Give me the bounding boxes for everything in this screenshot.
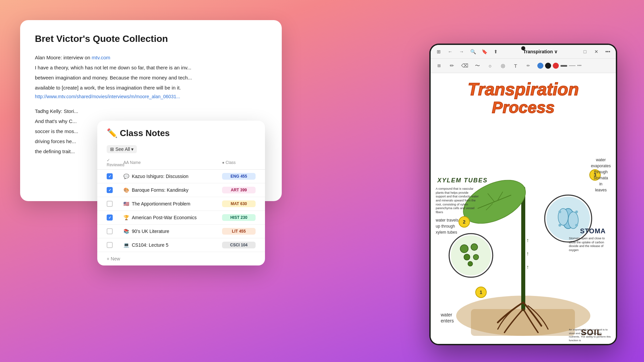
new-row[interactable]: + New bbox=[97, 252, 265, 265]
row-6-emoji: 💻 bbox=[123, 242, 129, 248]
shape-icon[interactable]: ○ bbox=[485, 61, 495, 71]
pen-icon[interactable]: ✏ bbox=[447, 61, 457, 71]
row-2-text: Baroque Forms: Kandinsky bbox=[132, 187, 189, 193]
stoma-label: STOMA bbox=[580, 227, 606, 235]
new-label: + New bbox=[107, 256, 120, 261]
row-5-badge: LIT 455 bbox=[222, 228, 256, 235]
forward-icon[interactable]: → bbox=[457, 47, 466, 56]
more-icon[interactable]: ••• bbox=[603, 47, 612, 56]
doc-author1-line: Alan Moore: interview on mtv.com bbox=[35, 54, 267, 62]
doc-quote1-p2: between imagination and money. Because t… bbox=[35, 74, 267, 82]
row-3-name: 🇺🇸 The Apportionment Problem bbox=[123, 201, 222, 206]
svg-point-17 bbox=[473, 254, 479, 260]
back-icon[interactable]: ← bbox=[445, 47, 455, 56]
svg-point-18 bbox=[468, 261, 473, 266]
row-1-name: 💬 Kazuo Ishiguro: Discussion bbox=[123, 174, 222, 179]
row-5-name: 📚 90's UK Literature bbox=[123, 229, 222, 234]
sidebar-toggle-icon[interactable]: ⊞ bbox=[434, 47, 443, 56]
row-3-text: The Apportionment Problem bbox=[132, 201, 190, 206]
see-all-label: ⊞ See All bbox=[110, 146, 130, 152]
col-class: ● Class bbox=[222, 158, 256, 167]
sidebar-icon[interactable]: ⊞ bbox=[434, 61, 444, 71]
line-thick[interactable] bbox=[560, 65, 567, 67]
camera-notch bbox=[521, 46, 525, 50]
see-all-row: ⊞ See All ▾ bbox=[97, 144, 265, 156]
row-6-name: 💻 CS104: Lecture 5 bbox=[123, 242, 222, 248]
more-colors-icon[interactable]: ••• bbox=[577, 63, 582, 68]
transpiration-drawing: Transpiration Process bbox=[431, 73, 616, 344]
stoma-desc: Stomata open and close to allow the upta… bbox=[569, 237, 612, 252]
svg-point-26 bbox=[558, 210, 561, 213]
doc-quote1-url[interactable]: http://www.mtv.com/shared/movies/intervi… bbox=[35, 94, 267, 99]
row-6-text: CS104: Lecture 5 bbox=[132, 242, 168, 248]
table-row[interactable]: 💻 CS104: Lecture 5 CSCI 104 bbox=[97, 238, 265, 252]
see-all-button[interactable]: ⊞ See All ▾ bbox=[107, 145, 137, 153]
row-1-text: Kazuo Ishiguro: Discussion bbox=[132, 174, 189, 179]
checkbox-1[interactable] bbox=[107, 173, 113, 179]
row-5-text: 90's UK Literature bbox=[132, 229, 169, 234]
water-evap-text: water evaporates through stomata in leav… bbox=[591, 157, 611, 193]
table-row[interactable]: 💬 Kazuo Ishiguro: Discussion ENG 455 bbox=[97, 170, 265, 183]
color-red[interactable] bbox=[553, 63, 559, 69]
svg-point-27 bbox=[575, 210, 578, 213]
photo-icon[interactable]: ◎ bbox=[498, 61, 508, 71]
lasso-icon[interactable]: 〜 bbox=[472, 61, 482, 71]
table-row[interactable]: 📚 90's UK Literature LIT 455 bbox=[97, 225, 265, 238]
svg-point-13 bbox=[451, 235, 491, 276]
checkbox-2[interactable] bbox=[107, 187, 113, 193]
table-row[interactable]: 🇺🇸 The Apportionment Problem MAT 630 bbox=[97, 197, 265, 211]
row-1-emoji: 💬 bbox=[123, 174, 129, 179]
color-black[interactable] bbox=[545, 63, 551, 69]
svg-point-14 bbox=[460, 245, 468, 253]
ipad-screen: ⊞ ← → 🔍 🔖 ⬆ Transpiration ∨ □ ✕ ••• ⊞ ✏ … bbox=[431, 45, 616, 344]
soil-desc: An important function of soil is to stor… bbox=[569, 328, 612, 342]
pencil-icon[interactable]: ✏ bbox=[523, 61, 533, 71]
ipad-tools-bar: ⊞ ✏ ⌫ 〜 ○ ◎ T ✏ ••• bbox=[431, 59, 616, 73]
eraser-icon[interactable]: ⌫ bbox=[460, 61, 470, 71]
svg-text:2: 2 bbox=[463, 219, 466, 225]
row-2-name: 🎨 Baroque Forms: Kandinsky bbox=[123, 187, 222, 193]
svg-text:1: 1 bbox=[480, 290, 482, 295]
xylem-label: XYLEM TUBES bbox=[437, 177, 488, 184]
close-icon[interactable]: ✕ bbox=[592, 47, 601, 56]
doc-author2: Tadhg Kelly: Stori... bbox=[35, 107, 267, 115]
svg-text:↑: ↑ bbox=[526, 264, 529, 270]
svg-rect-1 bbox=[471, 309, 575, 336]
svg-point-15 bbox=[471, 244, 478, 250]
chevron-down-icon: ▾ bbox=[131, 146, 133, 152]
svg-point-28 bbox=[558, 224, 561, 227]
row-4-name: 🏆 American Post-War Economics bbox=[123, 215, 222, 220]
text-icon[interactable]: T bbox=[511, 61, 521, 71]
mtv-link[interactable]: mtv.com bbox=[92, 55, 110, 60]
water-enters-text: water enters bbox=[441, 312, 454, 324]
table-header: ✓ Reviewed 𝖠𝖠 Name ● Class bbox=[97, 156, 265, 170]
checkbox-5[interactable] bbox=[107, 228, 113, 234]
doc-quote1-p1: I have a theory, which has not let me do… bbox=[35, 64, 267, 72]
ipad-device: ⊞ ← → 🔍 🔖 ⬆ Transpiration ∨ □ ✕ ••• ⊞ ✏ … bbox=[429, 44, 617, 345]
svg-text:↑: ↑ bbox=[526, 251, 529, 256]
row-4-emoji: 🏆 bbox=[123, 215, 129, 220]
water-travel-text: water travels up through xylem tubes bbox=[436, 217, 459, 235]
checkbox-4[interactable] bbox=[107, 215, 113, 221]
checkbox-6[interactable] bbox=[107, 242, 113, 248]
doc-title: Bret Victor's Quote Collection bbox=[35, 34, 267, 44]
row-5-emoji: 📚 bbox=[123, 229, 129, 234]
notes-header: ✏️ Class Notes bbox=[97, 121, 265, 144]
svg-point-16 bbox=[464, 254, 470, 260]
share-icon[interactable]: ⬆ bbox=[491, 47, 500, 56]
table-row[interactable]: 🎨 Baroque Forms: Kandinsky ART 399 bbox=[97, 183, 265, 197]
xylem-desc: A compound that is vascular plants that … bbox=[436, 187, 479, 215]
row-3-badge: MAT 630 bbox=[222, 200, 256, 207]
search-icon[interactable]: 🔍 bbox=[468, 47, 478, 56]
svg-text:↑: ↑ bbox=[468, 247, 470, 251]
row-2-badge: ART 399 bbox=[222, 187, 256, 193]
table-row[interactable]: 🏆 American Post-War Economics HIST 230 bbox=[97, 211, 265, 225]
export-icon[interactable]: □ bbox=[580, 47, 590, 56]
color-blue[interactable] bbox=[537, 63, 543, 69]
col-name: 𝖠𝖠 Name bbox=[123, 158, 222, 167]
bookmark-icon[interactable]: 🔖 bbox=[480, 47, 489, 56]
doc-quote1-p3: available to [create] a work, the less i… bbox=[35, 84, 267, 92]
checkbox-3[interactable] bbox=[107, 201, 113, 207]
svg-text:↑: ↑ bbox=[526, 237, 529, 243]
line-thin[interactable] bbox=[569, 65, 576, 66]
